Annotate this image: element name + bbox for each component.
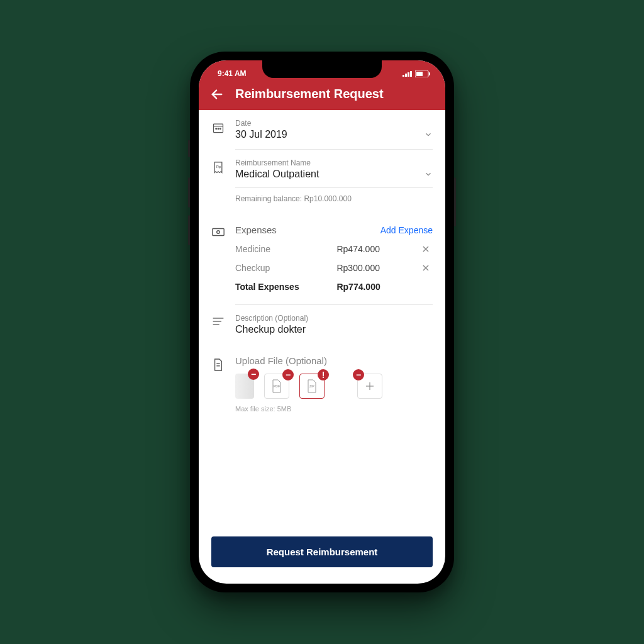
plus-icon: [364, 380, 375, 392]
upload-section: Upload File (Optional) − PDF −: [199, 344, 445, 421]
expenses-title: Expenses: [235, 225, 277, 235]
text-lines-icon: [212, 316, 225, 326]
svg-point-11: [218, 128, 219, 130]
expense-total: Total Expenses Rp774.000: [235, 282, 433, 292]
total-amount: Rp774.000: [336, 282, 421, 292]
svg-rect-3: [410, 71, 412, 77]
svg-point-10: [216, 128, 217, 130]
upload-thumbnail-zip-error[interactable]: ZIP !: [299, 374, 325, 399]
description-value: Checkup dokter: [235, 324, 306, 335]
file-icon: [213, 358, 224, 372]
page-title: Reimbursement Request: [235, 87, 384, 101]
remove-expense-button[interactable]: [421, 245, 433, 253]
upload-label: Upload File (Optional): [235, 355, 433, 366]
svg-rect-14: [213, 229, 224, 236]
svg-point-15: [217, 231, 220, 234]
expense-name: Checkup: [235, 263, 336, 273]
close-icon: [421, 245, 430, 253]
money-icon: [211, 227, 225, 237]
add-expense-link[interactable]: Add Expense: [380, 225, 433, 235]
footer: Request Reimbursement: [199, 526, 445, 584]
svg-rect-0: [402, 75, 404, 77]
expense-item: Checkup Rp300.000: [235, 263, 433, 273]
date-value: 30 Jul 2019: [235, 129, 287, 140]
remove-expense-button[interactable]: [421, 264, 433, 272]
svg-point-12: [220, 128, 221, 130]
receipt-icon: Rp: [212, 161, 225, 175]
name-label: Reimbursement Name: [235, 158, 433, 167]
svg-rect-5: [416, 72, 423, 76]
svg-text:Rp: Rp: [216, 165, 221, 169]
pdf-label: PDF: [274, 384, 280, 388]
description-label: Description (Optional): [235, 314, 433, 323]
date-field[interactable]: Date 30 Jul 2019: [199, 110, 445, 149]
remove-badge-icon[interactable]: −: [282, 369, 294, 380]
description-field[interactable]: Description (Optional) Checkup dokter: [199, 305, 445, 344]
date-label: Date: [235, 119, 433, 128]
expense-amount: Rp300.000: [336, 263, 421, 273]
upload-max-size: Max file size: 5MB: [235, 405, 433, 413]
back-button[interactable]: [210, 87, 224, 101]
calendar-icon: [212, 121, 225, 134]
chevron-down-icon: [424, 130, 433, 139]
zip-label: ZIP: [309, 384, 314, 388]
total-label: Total Expenses: [235, 282, 336, 292]
arrow-left-icon: [210, 87, 224, 101]
signal-icon: [402, 70, 413, 77]
remove-badge-icon[interactable]: −: [248, 369, 259, 380]
name-value: Medical Outpatient: [235, 169, 319, 180]
svg-rect-6: [429, 72, 430, 75]
svg-rect-1: [405, 74, 407, 77]
form-content: Date 30 Jul 2019 Rp: [199, 110, 445, 526]
request-reimbursement-button[interactable]: Request Reimbursement: [211, 536, 433, 567]
expenses-section: Expenses Add Expense Medicine Rp474.000 …: [199, 212, 445, 301]
remove-badge-icon[interactable]: −: [353, 369, 364, 380]
upload-thumbnail-pdf[interactable]: PDF −: [264, 374, 289, 399]
svg-rect-2: [408, 72, 409, 77]
chevron-down-icon: [424, 170, 433, 179]
battery-icon: [415, 70, 430, 77]
error-badge-icon[interactable]: !: [318, 369, 329, 380]
reimbursement-name-field[interactable]: Rp Reimbursement Name Medical Outpatient…: [199, 150, 445, 212]
expense-name: Medicine: [235, 244, 336, 254]
remaining-balance: Remaining balance: Rp10.000.000: [235, 194, 433, 203]
close-icon: [421, 264, 430, 272]
expense-amount: Rp474.000: [336, 244, 421, 254]
status-time: 9:41 AM: [210, 69, 247, 78]
add-upload-button[interactable]: −: [357, 374, 382, 399]
expense-item: Medicine Rp474.000: [235, 244, 433, 254]
status-indicators: [402, 70, 434, 77]
upload-thumbnail-image[interactable]: −: [235, 374, 254, 399]
